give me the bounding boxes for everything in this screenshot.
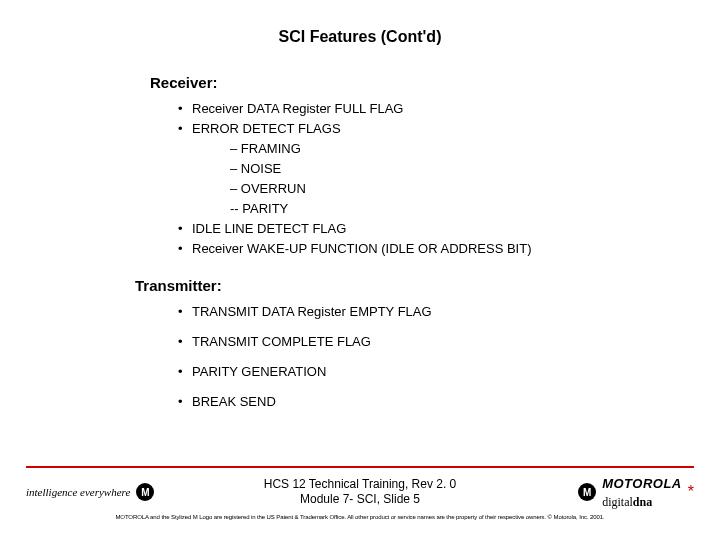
slide-footer: intelligence everywhere M HCS 12 Technic…: [0, 466, 720, 520]
list-item: IDLE LINE DETECT FLAG: [178, 219, 680, 239]
list-item: Receiver DATA Register FULL FLAG: [178, 99, 680, 119]
sub-item: -- PARITY: [230, 199, 680, 219]
error-flags-sublist: – FRAMING – NOISE – OVERRUN -- PARITY: [230, 139, 680, 219]
footer-center-text: HCS 12 Technical Training, Rev 2. 0 Modu…: [206, 477, 514, 507]
dna-bold: dna: [633, 495, 652, 509]
receiver-heading: Receiver:: [150, 74, 680, 91]
sub-item: – FRAMING: [230, 139, 680, 159]
footer-line1: HCS 12 Technical Training, Rev 2. 0: [206, 477, 514, 492]
sub-item: – OVERRUN: [230, 179, 680, 199]
sub-item: – NOISE: [230, 159, 680, 179]
slide-title: SCI Features (Cont'd): [0, 0, 720, 56]
transmitter-list: TRANSMIT DATA Register EMPTY FLAG TRANSM…: [178, 302, 680, 412]
digital-dna-text: digitaldna: [602, 495, 652, 509]
list-item: ERROR DETECT FLAGS – FRAMING – NOISE – O…: [178, 119, 680, 219]
list-item: TRANSMIT DATA Register EMPTY FLAG: [178, 302, 680, 322]
footer-line2: Module 7- SCI, Slide 5: [206, 492, 514, 507]
receiver-list: Receiver DATA Register FULL FLAG ERROR D…: [178, 99, 680, 259]
motorola-wordmark: MOTOROLA: [602, 476, 682, 491]
list-item: BREAK SEND: [178, 392, 680, 412]
transmitter-heading: Transmitter:: [135, 277, 680, 294]
list-item: Receiver WAKE-UP FUNCTION (IDLE OR ADDRE…: [178, 239, 680, 259]
list-item-label: ERROR DETECT FLAGS: [192, 121, 341, 136]
footer-right-logo: M MOTOROLA digitaldna *: [514, 474, 694, 510]
motorola-m-icon: M: [136, 483, 154, 501]
list-item: PARITY GENERATION: [178, 362, 680, 382]
dna-digital: digital: [602, 495, 633, 509]
footer-left-logo: intelligence everywhere M: [26, 483, 206, 501]
intelligence-everywhere-text: intelligence everywhere: [26, 486, 130, 498]
motorola-m-icon: M: [578, 483, 596, 501]
footer-row: intelligence everywhere M HCS 12 Technic…: [0, 474, 720, 510]
footer-fineprint: MOTOROLA and the Stylized M Logo are reg…: [0, 510, 720, 520]
slide-body: Receiver: Receiver DATA Register FULL FL…: [0, 74, 720, 412]
list-item: TRANSMIT COMPLETE FLAG: [178, 332, 680, 352]
sun-icon: *: [688, 483, 694, 501]
footer-divider: [26, 466, 694, 468]
